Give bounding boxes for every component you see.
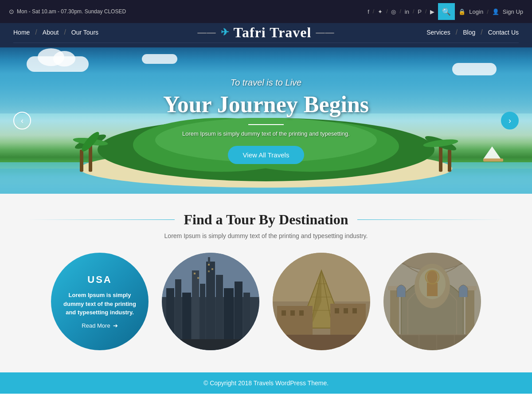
instagram-icon[interactable]: ◎ [391, 8, 396, 15]
lock-icon: 🔒 [458, 8, 466, 15]
usa-description: Lorem Ipsum is simply dummy text of the … [60, 291, 140, 317]
slider-prev-button[interactable]: ‹ [13, 112, 31, 129]
copyright-text: © Copyright 2018 Travels WordPress Theme… [203, 379, 329, 387]
logo-left-line: —— [198, 27, 216, 38]
svg-rect-17 [483, 158, 503, 161]
usa-read-more[interactable]: Read More ➔ [82, 322, 117, 329]
dubai-overlay [162, 253, 259, 350]
destinations-section: Find a Tour By Destination Lorem Ipsum i… [0, 194, 532, 372]
slider-next-button[interactable]: › [501, 112, 519, 129]
cloud-1 [27, 56, 89, 72]
section-header: Find a Tour By Destination Lorem Ipsum i… [27, 211, 505, 239]
user-icon: 👤 [492, 8, 499, 15]
header-divider [0, 42, 532, 47]
facebook-icon[interactable]: f [368, 8, 369, 15]
business-hours: ⊙ Mon - Sat 10.am - 07.30pm. Sunday CLOS… [9, 8, 126, 15]
svg-rect-12 [439, 145, 442, 172]
title-line-left [27, 219, 175, 220]
title-line-right [357, 219, 505, 220]
logo: —— ✈ Tafri Travel —— [198, 24, 335, 41]
search-button[interactable]: 🔍 [438, 3, 455, 20]
arrow-right-icon: ➔ [113, 322, 118, 329]
clock-icon: ⊙ [9, 8, 14, 15]
hours-text: Mon - Sat 10.am - 07.30pm. Sunday CLOSED [17, 8, 126, 15]
svg-rect-13 [448, 149, 451, 172]
hero-description: Lorem Ipsum is simply dummy text of the … [163, 130, 369, 137]
cyprus-overlay [383, 253, 481, 350]
hero-slider: To travel is to Live Your Journey Begins… [0, 47, 532, 194]
nav-left: Home / About / Our Tours [13, 28, 98, 36]
nav-blog[interactable]: Blog [463, 29, 475, 36]
nav-contact[interactable]: Contact Us [488, 29, 519, 36]
destination-cards: USA Lorem Ipsum is simply dummy text of … [27, 253, 505, 350]
nav-about[interactable]: About [43, 29, 59, 36]
cloud-2 [452, 63, 497, 75]
youtube-icon[interactable]: ▶ [430, 8, 434, 15]
section-title-row: Find a Tour By Destination [27, 211, 505, 228]
section-description: Lorem Ipsum is simply dummy text of the … [27, 232, 505, 239]
view-all-travels-button[interactable]: View All Travels [228, 146, 305, 164]
destination-card-cyprus[interactable]: CYPRUS [383, 253, 481, 350]
login-link[interactable]: Login [469, 8, 483, 15]
logo-right-line: —— [316, 27, 334, 38]
auth-links: 🔒 Login / 👤 Sign Up [458, 8, 523, 15]
france-overlay [273, 253, 370, 350]
header: Home / About / Our Tours —— ✈ Tafri Trav… [0, 23, 532, 42]
twitter-icon[interactable]: ✦ [378, 8, 383, 15]
logo-area: —— ✈ Tafri Travel —— [198, 24, 335, 41]
usa-title: USA [87, 274, 112, 286]
logo-icon: ✈ [221, 27, 229, 38]
section-title: Find a Tour By Destination [184, 211, 348, 228]
hero-title: Your Journey Begins [163, 91, 369, 117]
pinterest-icon[interactable]: P [418, 8, 422, 15]
footer: © Copyright 2018 Travels WordPress Theme… [0, 372, 532, 394]
svg-rect-8 [80, 149, 83, 172]
svg-marker-16 [483, 146, 501, 159]
hero-divider-line [248, 124, 284, 125]
top-bar: ⊙ Mon - Sat 10.am - 07.30pm. Sunday CLOS… [0, 0, 532, 23]
cloud-3 [142, 54, 177, 64]
destination-card-usa[interactable]: USA Lorem Ipsum is simply dummy text of … [51, 253, 149, 350]
nav-right: Services / Blog / Contact Us [426, 28, 519, 36]
nav-our-tours[interactable]: Our Tours [71, 29, 98, 36]
top-bar-right: f / ✦ / ◎ / in / P / ▶ 🔍 🔒 Login / 👤 Sig… [368, 3, 523, 20]
nav-home[interactable]: Home [13, 29, 30, 36]
nav-services[interactable]: Services [426, 29, 450, 36]
linkedin-icon[interactable]: in [405, 8, 409, 15]
destination-card-france[interactable]: FRANCE [273, 253, 370, 350]
signup-link[interactable]: Sign Up [503, 8, 523, 15]
hero-content: To travel is to Live Your Journey Begins… [163, 78, 369, 164]
destination-card-dubai[interactable]: DUBAI UAE [162, 253, 259, 350]
logo-text-label: Tafri Travel [234, 24, 312, 41]
hero-subtitle: To travel is to Live [163, 78, 369, 88]
